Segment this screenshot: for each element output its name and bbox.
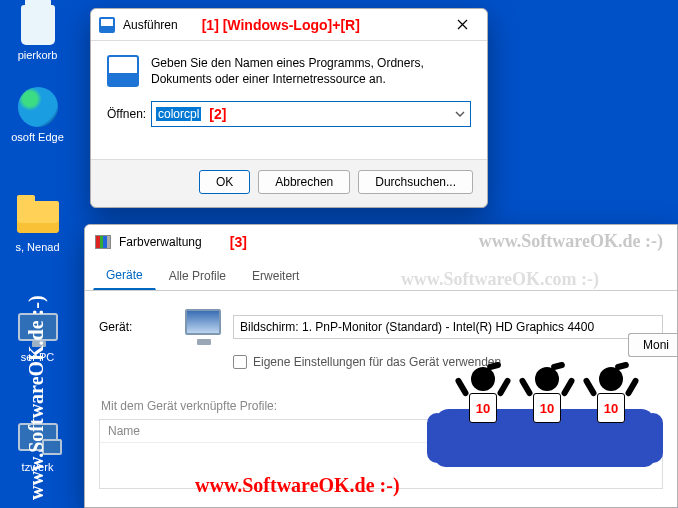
annotation-1: [1] [Windows-Logo]+[R]: [202, 17, 360, 33]
close-icon: [457, 19, 468, 30]
run-button-row: OK Abbrechen Durchsuchen...: [91, 159, 487, 203]
score-card: 10: [533, 393, 561, 423]
ok-button[interactable]: OK: [199, 170, 250, 194]
device-combobox[interactable]: Bildschirm: 1. PnP-Monitor (Standard) - …: [233, 315, 663, 339]
judge-3: 10: [585, 367, 637, 423]
chevron-down-icon: [454, 108, 466, 120]
device-value: Bildschirm: 1. PnP-Monitor (Standard) - …: [240, 320, 594, 334]
desktop-icon-label: pierkorb: [5, 49, 70, 61]
browse-button[interactable]: Durchsuchen...: [358, 170, 473, 194]
run-app-icon: [107, 55, 139, 87]
run-titlebar[interactable]: Ausführen [1] [Windows-Logo]+[R]: [91, 9, 487, 41]
cancel-button[interactable]: Abbrechen: [258, 170, 350, 194]
use-own-settings-checkbox[interactable]: [233, 355, 247, 369]
judges-cartoon: 10 10 10: [435, 347, 655, 467]
color-management-icon: [95, 235, 111, 249]
score-card: 10: [597, 393, 625, 423]
judge-2: 10: [521, 367, 573, 423]
desktop-icon-recycle-bin[interactable]: pierkorb: [5, 3, 70, 61]
watermark-vertical: www.SoftwareOK.de :-): [25, 295, 48, 500]
annotation-3: [3]: [230, 234, 247, 250]
open-label: Öffnen:: [107, 107, 151, 121]
color-management-window: Farbverwaltung [3] www.SoftwareOK.de :-)…: [84, 224, 678, 508]
tab-advanced[interactable]: Erweitert: [239, 263, 312, 290]
watermark-mid-right: www.SoftwareOK.com :-): [401, 269, 599, 290]
recycle-bin-icon: [21, 5, 55, 45]
monitor-icon: [185, 309, 225, 345]
close-button[interactable]: [443, 11, 481, 39]
desktop-icon-label: osoft Edge: [5, 131, 70, 143]
run-description: Geben Sie den Namen eines Programms, Ord…: [151, 55, 471, 87]
annotation-2: [2]: [209, 106, 226, 122]
run-title: Ausführen: [123, 18, 178, 32]
watermark-bottom: www.SoftwareOK.de :-): [195, 474, 400, 497]
tab-devices[interactable]: Geräte: [93, 262, 156, 290]
edge-icon: [18, 87, 58, 127]
cm-title: Farbverwaltung: [119, 235, 202, 249]
desktop-icon-label: s, Nenad: [5, 241, 70, 253]
tab-all-profiles[interactable]: Alle Profile: [156, 263, 239, 290]
folder-icon: [17, 201, 59, 233]
score-card: 10: [469, 393, 497, 423]
watermark-top-right: www.SoftwareOK.de :-): [479, 231, 663, 252]
judge-1: 10: [457, 367, 509, 423]
open-combobox[interactable]: colorcpl [2]: [151, 101, 471, 127]
open-value: colorcpl: [156, 107, 201, 121]
desktop-icon-user-folder[interactable]: s, Nenad: [5, 195, 70, 253]
run-dialog: Ausführen [1] [Windows-Logo]+[R] Geben S…: [90, 8, 488, 208]
device-label: Gerät:: [99, 320, 185, 334]
desktop: pierkorb osoft Edge s, Nenad ser PC tzwe…: [0, 0, 678, 508]
desktop-icon-edge[interactable]: osoft Edge: [5, 85, 70, 143]
run-icon: [99, 17, 115, 33]
